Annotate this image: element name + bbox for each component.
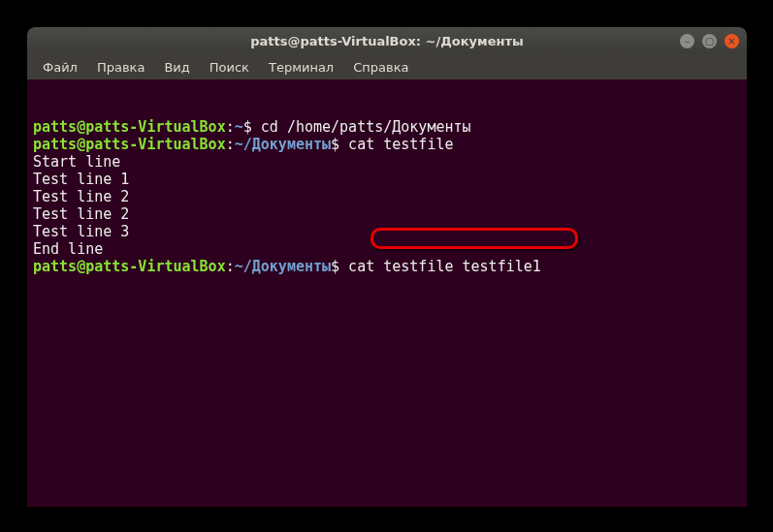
prompt-user: patts@patts-VirtualBox [33, 136, 226, 153]
prompt-colon: : [226, 136, 235, 153]
menu-file[interactable]: Файл [35, 57, 85, 78]
output-line: Test line 2 [33, 205, 741, 223]
titlebar: patts@patts-VirtualBox: ~/Документы – ▢ … [27, 27, 747, 54]
prompt-colon: : [226, 118, 235, 136]
menubar: Файл Правка Вид Поиск Терминал Справка [27, 54, 747, 79]
maximize-button[interactable]: ▢ [702, 34, 717, 48]
terminal-line: patts@patts-VirtualBox:~/Документы$ cat … [33, 136, 741, 153]
close-button[interactable]: × [725, 34, 739, 48]
minimize-button[interactable]: – [680, 34, 694, 48]
prompt-path: ~/Документы [235, 258, 331, 275]
prompt-user: patts@patts-VirtualBox [33, 258, 226, 275]
output-line: Test line 1 [33, 171, 741, 188]
terminal-body[interactable]: patts@patts-VirtualBox:~$ cd /home/patts… [27, 79, 747, 507]
prompt-dollar: $ [243, 118, 252, 136]
prompt-colon: : [226, 258, 235, 275]
command-text: cat testfile testfile1 [339, 258, 541, 275]
prompt-path: ~/Документы [235, 136, 331, 153]
terminal-line: patts@patts-VirtualBox:~/Документы$ cat … [33, 258, 741, 275]
output-line: End line [33, 240, 741, 258]
window-controls: – ▢ × [680, 34, 739, 48]
menu-view[interactable]: Вид [156, 57, 197, 78]
menu-terminal[interactable]: Терминал [261, 57, 341, 78]
terminal-window: patts@patts-VirtualBox: ~/Документы – ▢ … [27, 27, 747, 507]
prompt-dollar: $ [331, 136, 339, 153]
window-title: patts@patts-VirtualBox: ~/Документы [250, 34, 523, 48]
prompt-path: ~ [235, 118, 243, 136]
output-line: Test line 3 [33, 223, 741, 240]
command-text: cd /home/patts/Документы [252, 118, 471, 136]
prompt-user: patts@patts-VirtualBox [33, 118, 226, 136]
terminal-line: patts@patts-VirtualBox:~$ cd /home/patts… [33, 118, 741, 136]
prompt-dollar: $ [331, 258, 339, 275]
output-line: Test line 2 [33, 188, 741, 205]
output-line: Start line [33, 153, 741, 171]
menu-edit[interactable]: Правка [89, 57, 152, 78]
command-text: cat testfile [339, 136, 453, 153]
menu-help[interactable]: Справка [345, 57, 416, 78]
menu-search[interactable]: Поиск [202, 57, 257, 78]
